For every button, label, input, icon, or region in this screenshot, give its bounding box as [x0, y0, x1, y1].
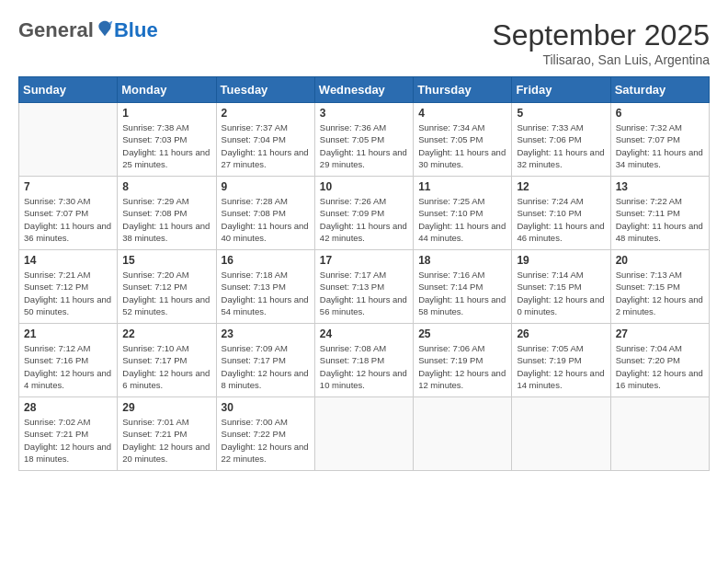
calendar-week-1: 1Sunrise: 7:38 AM Sunset: 7:03 PM Daylig…	[19, 103, 710, 177]
calendar-cell: 27Sunrise: 7:04 AM Sunset: 7:20 PM Dayli…	[610, 324, 709, 397]
calendar-cell	[512, 397, 610, 471]
calendar-cell: 20Sunrise: 7:13 AM Sunset: 7:15 PM Dayli…	[610, 250, 709, 324]
day-number: 22	[122, 327, 210, 340]
day-number: 26	[517, 327, 605, 340]
day-number: 3	[320, 107, 408, 120]
day-info: Sunrise: 7:09 AM Sunset: 7:17 PM Dayligh…	[222, 342, 310, 391]
day-info: Sunrise: 7:06 AM Sunset: 7:19 PM Dayligh…	[418, 342, 506, 391]
calendar-cell: 5Sunrise: 7:33 AM Sunset: 7:06 PM Daylig…	[512, 103, 610, 177]
day-number: 19	[517, 254, 605, 267]
day-info: Sunrise: 7:16 AM Sunset: 7:14 PM Dayligh…	[418, 269, 506, 317]
logo: General Blue	[18, 18, 158, 42]
day-number: 9	[222, 180, 310, 193]
calendar-cell: 26Sunrise: 7:05 AM Sunset: 7:19 PM Dayli…	[512, 324, 610, 397]
calendar-cell: 29Sunrise: 7:01 AM Sunset: 7:21 PM Dayli…	[118, 397, 216, 471]
day-info: Sunrise: 7:37 AM Sunset: 7:04 PM Dayligh…	[222, 121, 310, 170]
day-info: Sunrise: 7:24 AM Sunset: 7:10 PM Dayligh…	[517, 195, 605, 244]
calendar-week-3: 14Sunrise: 7:21 AM Sunset: 7:12 PM Dayli…	[19, 250, 710, 324]
title-block: September 2025 Tilisarao, San Luis, Arge…	[492, 18, 710, 67]
day-number: 6	[616, 107, 704, 120]
day-number: 28	[24, 401, 112, 414]
day-number: 16	[222, 254, 310, 267]
month-title: September 2025	[492, 18, 710, 52]
day-number: 2	[222, 107, 310, 120]
day-info: Sunrise: 7:05 AM Sunset: 7:19 PM Dayligh…	[517, 342, 605, 391]
day-info: Sunrise: 7:10 AM Sunset: 7:17 PM Dayligh…	[122, 342, 210, 391]
column-header-thursday: Thursday	[414, 77, 512, 103]
day-number: 15	[122, 254, 210, 267]
calendar-header-row: SundayMondayTuesdayWednesdayThursdayFrid…	[19, 77, 710, 103]
column-header-tuesday: Tuesday	[216, 77, 314, 103]
day-info: Sunrise: 7:17 AM Sunset: 7:13 PM Dayligh…	[320, 269, 408, 317]
logo-general-text: General	[18, 18, 94, 42]
calendar-cell: 10Sunrise: 7:26 AM Sunset: 7:09 PM Dayli…	[314, 177, 413, 250]
calendar-cell: 14Sunrise: 7:21 AM Sunset: 7:12 PM Dayli…	[19, 250, 118, 324]
day-info: Sunrise: 7:13 AM Sunset: 7:15 PM Dayligh…	[616, 269, 704, 317]
day-info: Sunrise: 7:22 AM Sunset: 7:11 PM Dayligh…	[616, 195, 704, 244]
day-info: Sunrise: 7:20 AM Sunset: 7:12 PM Dayligh…	[122, 269, 210, 317]
day-number: 12	[517, 180, 605, 193]
column-header-saturday: Saturday	[610, 77, 709, 103]
calendar-cell: 23Sunrise: 7:09 AM Sunset: 7:17 PM Dayli…	[216, 324, 314, 397]
calendar-cell: 17Sunrise: 7:17 AM Sunset: 7:13 PM Dayli…	[314, 250, 413, 324]
day-number: 11	[418, 180, 506, 193]
day-info: Sunrise: 7:38 AM Sunset: 7:03 PM Dayligh…	[122, 121, 210, 170]
calendar-cell: 4Sunrise: 7:34 AM Sunset: 7:05 PM Daylig…	[414, 103, 512, 177]
day-number: 30	[222, 401, 310, 414]
day-number: 18	[418, 254, 506, 267]
day-info: Sunrise: 7:25 AM Sunset: 7:10 PM Dayligh…	[418, 195, 506, 244]
day-number: 29	[122, 401, 210, 414]
column-header-monday: Monday	[118, 77, 216, 103]
day-number: 14	[24, 254, 112, 267]
day-number: 13	[616, 180, 704, 193]
calendar-cell: 13Sunrise: 7:22 AM Sunset: 7:11 PM Dayli…	[610, 177, 709, 250]
day-info: Sunrise: 7:34 AM Sunset: 7:05 PM Dayligh…	[418, 121, 506, 170]
calendar-cell: 25Sunrise: 7:06 AM Sunset: 7:19 PM Dayli…	[414, 324, 512, 397]
page-header: General Blue September 2025 Tilisarao, S…	[18, 18, 710, 67]
calendar-week-4: 21Sunrise: 7:12 AM Sunset: 7:16 PM Dayli…	[19, 324, 710, 397]
day-info: Sunrise: 7:26 AM Sunset: 7:09 PM Dayligh…	[320, 195, 408, 244]
logo-icon	[96, 19, 114, 38]
calendar-week-5: 28Sunrise: 7:02 AM Sunset: 7:21 PM Dayli…	[19, 397, 710, 471]
calendar-cell: 1Sunrise: 7:38 AM Sunset: 7:03 PM Daylig…	[118, 103, 216, 177]
day-number: 25	[418, 327, 506, 340]
day-info: Sunrise: 7:01 AM Sunset: 7:21 PM Dayligh…	[122, 416, 210, 465]
day-number: 27	[616, 327, 704, 340]
day-info: Sunrise: 7:12 AM Sunset: 7:16 PM Dayligh…	[24, 342, 112, 391]
calendar-cell: 28Sunrise: 7:02 AM Sunset: 7:21 PM Dayli…	[19, 397, 118, 471]
day-info: Sunrise: 7:28 AM Sunset: 7:08 PM Dayligh…	[222, 195, 310, 244]
calendar-cell: 3Sunrise: 7:36 AM Sunset: 7:05 PM Daylig…	[314, 103, 413, 177]
calendar-cell: 18Sunrise: 7:16 AM Sunset: 7:14 PM Dayli…	[414, 250, 512, 324]
calendar-cell: 22Sunrise: 7:10 AM Sunset: 7:17 PM Dayli…	[118, 324, 216, 397]
day-info: Sunrise: 7:04 AM Sunset: 7:20 PM Dayligh…	[616, 342, 704, 391]
day-info: Sunrise: 7:00 AM Sunset: 7:22 PM Dayligh…	[222, 416, 310, 465]
calendar-cell: 11Sunrise: 7:25 AM Sunset: 7:10 PM Dayli…	[414, 177, 512, 250]
day-number: 20	[616, 254, 704, 267]
calendar-cell	[610, 397, 709, 471]
calendar-cell: 21Sunrise: 7:12 AM Sunset: 7:16 PM Dayli…	[19, 324, 118, 397]
calendar-cell: 12Sunrise: 7:24 AM Sunset: 7:10 PM Dayli…	[512, 177, 610, 250]
day-number: 24	[320, 327, 408, 340]
calendar-week-2: 7Sunrise: 7:30 AM Sunset: 7:07 PM Daylig…	[19, 177, 710, 250]
calendar-cell	[414, 397, 512, 471]
calendar-cell: 19Sunrise: 7:14 AM Sunset: 7:15 PM Dayli…	[512, 250, 610, 324]
day-number: 5	[517, 107, 605, 120]
calendar-cell: 30Sunrise: 7:00 AM Sunset: 7:22 PM Dayli…	[216, 397, 314, 471]
calendar-cell: 9Sunrise: 7:28 AM Sunset: 7:08 PM Daylig…	[216, 177, 314, 250]
calendar-cell: 7Sunrise: 7:30 AM Sunset: 7:07 PM Daylig…	[19, 177, 118, 250]
day-number: 17	[320, 254, 408, 267]
day-info: Sunrise: 7:33 AM Sunset: 7:06 PM Dayligh…	[517, 121, 605, 170]
calendar-cell	[314, 397, 413, 471]
day-info: Sunrise: 7:02 AM Sunset: 7:21 PM Dayligh…	[24, 416, 112, 465]
day-number: 8	[122, 180, 210, 193]
day-info: Sunrise: 7:21 AM Sunset: 7:12 PM Dayligh…	[24, 269, 112, 317]
column-header-wednesday: Wednesday	[314, 77, 413, 103]
calendar-cell: 15Sunrise: 7:20 AM Sunset: 7:12 PM Dayli…	[118, 250, 216, 324]
day-number: 7	[24, 180, 112, 193]
day-info: Sunrise: 7:29 AM Sunset: 7:08 PM Dayligh…	[122, 195, 210, 244]
day-info: Sunrise: 7:30 AM Sunset: 7:07 PM Dayligh…	[24, 195, 112, 244]
logo-blue-text: Blue	[114, 18, 158, 42]
day-info: Sunrise: 7:36 AM Sunset: 7:05 PM Dayligh…	[320, 121, 408, 170]
calendar-cell: 6Sunrise: 7:32 AM Sunset: 7:07 PM Daylig…	[610, 103, 709, 177]
day-number: 23	[222, 327, 310, 340]
